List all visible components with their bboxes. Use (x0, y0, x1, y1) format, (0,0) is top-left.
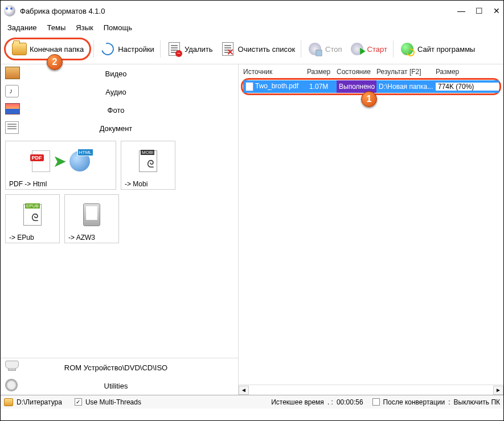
content: Видео Аудио Фото Документ ➤ (1, 64, 503, 395)
stop-label: Стоп (325, 45, 342, 54)
window-title: Фабрика форматов 4.1.0 (20, 7, 105, 15)
row-result: D:\Новая папка... (376, 83, 436, 91)
header-size2[interactable]: Размер (433, 68, 501, 76)
statusbar: D:\Литература ✓ Use Multi-Threads Истекш… (1, 395, 503, 408)
target-azw3-label: -> AZW3 (68, 232, 115, 242)
minimize-button[interactable]: — (457, 6, 465, 15)
folder-icon[interactable] (4, 398, 13, 406)
multithread-checkbox[interactable]: ✓ (75, 398, 82, 406)
file-icon (245, 82, 253, 91)
menu-help[interactable]: Помощь (104, 23, 132, 32)
row-source: Two_broth.pdf (255, 82, 298, 90)
settings-button[interactable]: Настройки (96, 40, 158, 58)
menu-lang[interactable]: Язык (76, 23, 93, 32)
clear-list-button[interactable]: Очистить список (216, 40, 299, 58)
target-azw3[interactable]: -> AZW3 (64, 194, 119, 243)
category-rom-label: ROM Устройство\DVD\CD\ISO (28, 363, 238, 372)
category-document[interactable]: Документ (1, 119, 238, 137)
category-document-label: Документ (28, 124, 238, 133)
note-icon (5, 85, 19, 97)
ereader-icon (83, 203, 100, 226)
category-video-label: Видео (28, 70, 238, 78)
stop-button[interactable]: Стоп (304, 40, 345, 58)
site-button[interactable]: Сайт программы (396, 40, 479, 58)
target-pdf-html[interactable]: ➤ PDF -> Html (5, 141, 116, 190)
toolbar: Конечная папка 2 Настройки − Удалить Очи… (1, 36, 503, 64)
target-epub-label: -> EPub (9, 232, 56, 242)
header-source[interactable]: Источник (241, 68, 305, 76)
category-video[interactable]: Видео (1, 64, 238, 83)
scroll-left-icon[interactable]: ◄ (239, 386, 249, 395)
epub-icon (23, 204, 42, 226)
category-photo-label: Фото (28, 106, 238, 115)
maximize-button[interactable]: ☐ (476, 6, 483, 15)
multithread-label: Use Multi-Threads (85, 398, 141, 406)
menu-themes[interactable]: Темы (47, 23, 66, 32)
row-size: 1.07M (307, 83, 337, 91)
target-epub[interactable]: -> EPub (5, 194, 60, 243)
globe-icon (401, 43, 413, 55)
table-header: Источник Размер Состояние Результат [F2]… (239, 64, 503, 78)
after-convert-value: Выключить ПК (454, 398, 500, 406)
category-audio-label: Аудио (28, 88, 238, 96)
row-size2: 774K (70%) (436, 83, 499, 91)
mobi-icon (139, 150, 157, 172)
after-convert-checkbox[interactable] (372, 398, 380, 406)
category-audio[interactable]: Аудио (1, 83, 238, 101)
titlebar: Фабрика форматов 4.1.0 — ☐ ✕ (1, 1, 503, 21)
settings-label: Настройки (118, 45, 154, 54)
dest-folder-label: Конечная папка (30, 45, 84, 54)
header-size[interactable]: Размер (305, 68, 334, 76)
site-label: Сайт программы (417, 45, 476, 54)
delete-label: Удалить (185, 45, 213, 54)
close-button[interactable]: ✕ (493, 6, 500, 15)
arrow-icon: ➤ (54, 153, 66, 170)
folder-icon (12, 43, 27, 55)
target-mobi[interactable]: -> Mobi (121, 141, 175, 190)
scroll-right-icon[interactable]: ► (493, 386, 503, 395)
doc-icon (5, 121, 19, 134)
menu-task[interactable]: Задание (7, 23, 37, 32)
app-icon (4, 5, 15, 17)
start-label: Старт (367, 45, 387, 54)
target-mobi-label: -> Mobi (125, 179, 171, 188)
right-panel: Источник Размер Состояние Результат [F2]… (239, 64, 503, 395)
gear-icon (5, 379, 18, 391)
clear-label: Очистить список (238, 45, 296, 54)
category-utilities[interactable]: Utilities (1, 377, 238, 395)
delete-button[interactable]: − Удалить (163, 40, 216, 58)
document-targets: ➤ PDF -> Html -> Mobi -> EPub -> AZW3 (1, 137, 238, 247)
after-convert-label: После конвертации (383, 398, 445, 406)
category-rom[interactable]: ROM Устройство\DVD\CD\ISO (1, 358, 238, 377)
photo-icon (5, 103, 20, 115)
category-photo[interactable]: Фото (1, 101, 238, 119)
film-icon (5, 67, 20, 79)
elapsed-value: 00:00:56 (337, 398, 363, 406)
x-icon (227, 48, 234, 55)
horizontal-scrollbar[interactable]: ◄ ► (239, 385, 503, 395)
header-state[interactable]: Состояние (334, 68, 374, 76)
menubar: Задание Темы Язык Помощь (1, 21, 503, 36)
header-result[interactable]: Результат [F2] (374, 68, 433, 76)
elapsed-label: Истекшее время (271, 398, 324, 406)
left-panel: Видео Аудио Фото Документ ➤ (1, 64, 239, 395)
drive-icon (5, 361, 19, 369)
target-pdf-html-label: PDF -> Html (9, 179, 112, 188)
category-utilities-label: Utilities (28, 382, 238, 390)
pdf-icon (32, 150, 50, 172)
dest-folder-button[interactable]: Конечная папка (8, 40, 87, 58)
start-button[interactable]: Старт (346, 40, 391, 58)
html-globe-icon (69, 151, 90, 171)
status-path[interactable]: D:\Литература (17, 398, 62, 406)
settings-icon (99, 40, 116, 58)
callout-badge-1: 1 (361, 91, 377, 107)
